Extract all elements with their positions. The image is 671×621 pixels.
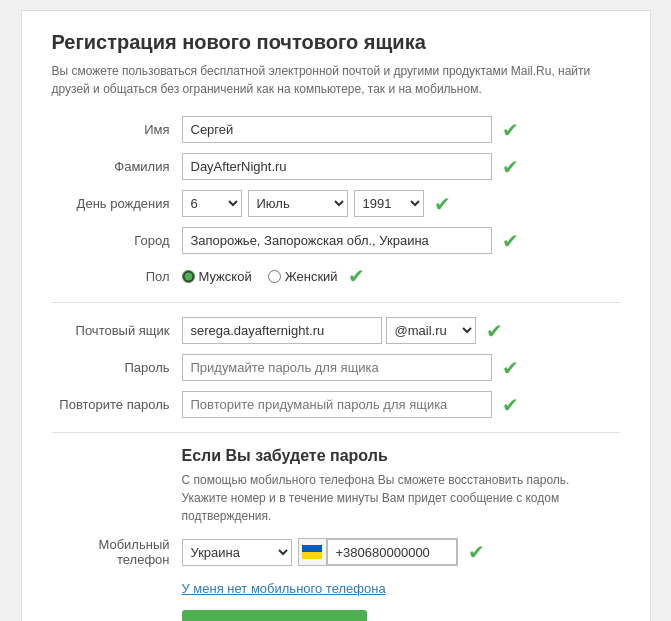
phone-label: Мобильный телефон [52, 537, 182, 567]
birthday-label: День рождения [52, 196, 182, 211]
email-row: Почтовый ящик @mail.ru@bk.ru@list.ru@inb… [52, 317, 620, 344]
birthday-control: 1234567891011121314151617181920212223242… [182, 190, 620, 217]
email-input[interactable] [182, 317, 382, 344]
birthday-selects: 1234567891011121314151617181920212223242… [182, 190, 424, 217]
first-name-row: Имя ✔ [52, 116, 620, 143]
confirm-password-control: ✔ [182, 391, 620, 418]
gender-female-text: Женский [285, 269, 338, 284]
city-row: Город ✔ [52, 227, 620, 254]
last-name-input[interactable] [182, 153, 492, 180]
birthday-month-select[interactable]: ЯнварьФевральМартАпрельМайИюньИюльАвгуст… [248, 190, 348, 217]
flag-top [302, 545, 322, 552]
phone-input[interactable] [327, 539, 457, 565]
register-button[interactable]: Зарегистрироваться [182, 610, 368, 621]
last-name-row: Фамилия ✔ [52, 153, 620, 180]
gender-male-radio[interactable] [182, 270, 195, 283]
last-name-label: Фамилия [52, 159, 182, 174]
password-control: ✔ [182, 354, 620, 381]
password-label: Пароль [52, 360, 182, 375]
birthday-checkmark: ✔ [434, 192, 451, 216]
gender-options: Мужской Женский [182, 269, 338, 284]
confirm-password-label: Повторите пароль [52, 397, 182, 412]
gender-control: Мужской Женский ✔ [182, 264, 620, 288]
last-name-checkmark: ✔ [502, 155, 519, 179]
first-name-label: Имя [52, 122, 182, 137]
flag-bottom [302, 552, 322, 559]
email-control: @mail.ru@bk.ru@list.ru@inbox.ru ✔ [182, 317, 620, 344]
confirm-password-checkmark: ✔ [502, 393, 519, 417]
phone-control: УкраинаРоссияБеларусьДругая ✔ [182, 538, 620, 566]
city-input[interactable] [182, 227, 492, 254]
divider-1 [52, 302, 620, 303]
city-label: Город [52, 233, 182, 248]
page-subtitle: Вы сможете пользоваться бесплатной элект… [52, 62, 620, 98]
password-checkmark: ✔ [502, 356, 519, 380]
email-checkmark: ✔ [486, 319, 503, 343]
recovery-subtitle: С помощью мобильного телефона Вы сможете… [52, 471, 620, 525]
flag-ukraine-box [299, 539, 327, 565]
first-name-checkmark: ✔ [502, 118, 519, 142]
gender-checkmark: ✔ [348, 264, 365, 288]
divider-2 [52, 432, 620, 433]
gender-male-text: Мужской [199, 269, 252, 284]
phone-area: УкраинаРоссияБеларусьДругая [182, 538, 458, 566]
city-checkmark: ✔ [502, 229, 519, 253]
flag-ukraine-icon [302, 545, 322, 559]
email-label: Почтовый ящик [52, 323, 182, 338]
city-control: ✔ [182, 227, 620, 254]
birthday-year-select[interactable]: 2010200920082007200620052004200320022001… [354, 190, 424, 217]
first-name-input[interactable] [182, 116, 492, 143]
birthday-day-select[interactable]: 1234567891011121314151617181920212223242… [182, 190, 242, 217]
email-area: @mail.ru@bk.ru@list.ru@inbox.ru [182, 317, 476, 344]
phone-prefix-area [298, 538, 458, 566]
last-name-control: ✔ [182, 153, 620, 180]
phone-checkmark: ✔ [468, 540, 485, 564]
gender-male-label[interactable]: Мужской [182, 269, 252, 284]
register-button-area: Зарегистрироваться [52, 596, 620, 621]
no-phone-link[interactable]: У меня нет мобильного телефона [182, 581, 386, 596]
confirm-password-row: Повторите пароль ✔ [52, 391, 620, 418]
gender-female-radio[interactable] [268, 270, 281, 283]
country-select[interactable]: УкраинаРоссияБеларусьДругая [182, 539, 292, 566]
gender-female-label[interactable]: Женский [268, 269, 338, 284]
registration-form: Регистрация нового почтового ящика Вы см… [21, 10, 651, 621]
confirm-password-input[interactable] [182, 391, 492, 418]
phone-row: Мобильный телефон УкраинаРоссияБеларусьД… [52, 537, 620, 567]
password-row: Пароль ✔ [52, 354, 620, 381]
recovery-title: Если Вы забудете пароль [52, 447, 620, 465]
gender-label: Пол [52, 269, 182, 284]
gender-row: Пол Мужской Женский ✔ [52, 264, 620, 288]
email-domain-select[interactable]: @mail.ru@bk.ru@list.ru@inbox.ru [386, 317, 476, 344]
page-title: Регистрация нового почтового ящика [52, 31, 620, 54]
first-name-control: ✔ [182, 116, 620, 143]
birthday-row: День рождения 12345678910111213141516171… [52, 190, 620, 217]
password-input[interactable] [182, 354, 492, 381]
